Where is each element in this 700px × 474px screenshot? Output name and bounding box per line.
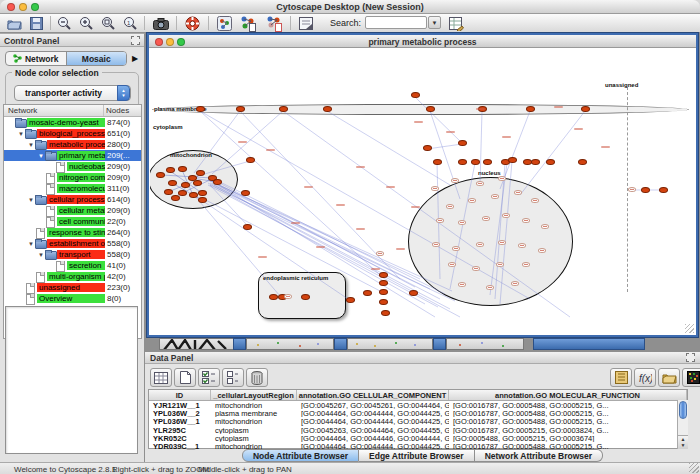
network-canvas[interactable]: plasma membrane cytoplasm mitochondrion … xyxy=(150,49,695,334)
network-node-labeled[interactable] xyxy=(511,281,519,286)
background-window-titlebar[interactable] xyxy=(533,338,645,350)
network-node[interactable] xyxy=(196,106,205,112)
column-header-molecular-function[interactable]: annotation.GO MOLECULAR_FUNCTION xyxy=(449,390,687,400)
network-node[interactable] xyxy=(379,272,388,278)
network-node-labeled[interactable] xyxy=(502,213,510,218)
network-node[interactable] xyxy=(156,172,165,178)
unselect-attributes-icon[interactable] xyxy=(222,368,244,387)
network-node-labeled[interactable] xyxy=(538,248,546,253)
tree-item[interactable]: ▼transport558(0) xyxy=(4,249,141,260)
background-window-fragment[interactable] xyxy=(446,338,524,350)
search-input[interactable] xyxy=(365,16,427,29)
tree-item[interactable]: cellular metabo...209(0) xyxy=(4,205,141,216)
node-color-dropdown[interactable]: transporter activity ▲▼ xyxy=(14,85,131,101)
tab-node-attribute-browser[interactable]: Node Attribute Browser xyxy=(242,449,359,462)
network-node[interactable] xyxy=(301,294,310,300)
network-node-labeled[interactable] xyxy=(531,198,539,203)
network-node-labeled[interactable] xyxy=(476,181,484,186)
zoom-out-icon[interactable] xyxy=(56,15,73,32)
tree-item[interactable]: ▼cellular process614(0) xyxy=(4,194,141,205)
tree-item[interactable]: ▼primary metabo...209(... xyxy=(4,150,141,161)
disclosure-triangle-icon[interactable]: ▼ xyxy=(27,142,35,148)
network-node[interactable] xyxy=(379,289,388,295)
network-node[interactable] xyxy=(198,190,207,196)
background-window-fragment[interactable] xyxy=(246,338,334,350)
tree-item[interactable]: multi-organism pro...42(0) xyxy=(4,271,141,282)
network-node-labeled[interactable] xyxy=(451,178,459,183)
network-node[interactable] xyxy=(471,159,480,165)
zoom-selected-icon[interactable] xyxy=(100,15,117,32)
disclosure-triangle-icon[interactable]: ▼ xyxy=(37,153,45,159)
network-node-labeled[interactable] xyxy=(496,262,504,267)
network-node[interactable] xyxy=(508,157,517,163)
network-view-window[interactable]: primary metabolic process plasma membran… xyxy=(147,33,698,337)
help-lifering-icon[interactable] xyxy=(184,15,201,32)
column-header-cellular-component[interactable]: annotation.GO CELLULAR_COMPONENT xyxy=(297,390,449,400)
disclosure-triangle-icon[interactable]: ▼ xyxy=(37,252,45,258)
tree-item[interactable]: macromolecule ...311(0) xyxy=(4,183,141,194)
tree-item[interactable]: response to stimulu...264(0) xyxy=(4,227,141,238)
network-node[interactable] xyxy=(241,190,250,196)
tree-item[interactable]: ▼biological_process651(0) xyxy=(4,128,141,139)
background-window-fragment[interactable] xyxy=(347,338,433,350)
network-node-labeled[interactable] xyxy=(628,187,636,192)
tree-item[interactable]: ▼establishment of lo...558(0) xyxy=(4,238,141,249)
network-window-titlebar[interactable]: primary metabolic process xyxy=(149,35,696,48)
network-node[interactable] xyxy=(213,179,222,185)
matrix-icon[interactable] xyxy=(682,368,700,387)
network-node-labeled[interactable] xyxy=(482,216,490,221)
table-row[interactable]: YKR052Ccytoplasm[GO:0044464, GO:0044446,… xyxy=(149,434,687,442)
network-node[interactable] xyxy=(198,197,207,203)
network-resize-grip[interactable] xyxy=(685,324,694,333)
tree-column-network[interactable]: Network xyxy=(4,105,104,116)
network-node[interactable] xyxy=(178,166,187,172)
tree-item[interactable]: nucleobase-...209(0) xyxy=(4,161,141,172)
scrollbar-thumb[interactable] xyxy=(679,401,687,419)
snapshot-camera-icon[interactable] xyxy=(152,15,169,32)
network-node[interactable] xyxy=(189,192,198,198)
network-node[interactable] xyxy=(363,290,372,296)
network-node-labeled[interactable] xyxy=(448,262,456,267)
tab-overflow-arrow-icon[interactable]: ▶ xyxy=(132,54,138,63)
network-node[interactable] xyxy=(166,167,175,173)
search-dropdown-button[interactable]: ▼ xyxy=(428,16,441,29)
network-node[interactable] xyxy=(323,106,332,112)
network-node[interactable] xyxy=(458,140,467,146)
network-node[interactable] xyxy=(346,297,355,303)
birdseye-view-panel[interactable] xyxy=(5,306,138,454)
network-overview-icon[interactable] xyxy=(216,15,233,32)
network-node[interactable] xyxy=(236,106,245,112)
network-node[interactable] xyxy=(196,170,205,176)
attribute-browser-icon[interactable] xyxy=(448,15,465,32)
network-node-labeled[interactable] xyxy=(452,246,460,251)
tree-item[interactable]: Overview8(0) xyxy=(4,293,141,304)
network-node[interactable] xyxy=(531,159,540,165)
network-node[interactable] xyxy=(178,190,187,196)
tree-column-nodes[interactable]: Nodes xyxy=(104,105,141,116)
network-node[interactable] xyxy=(379,280,388,286)
network-node[interactable] xyxy=(458,159,467,165)
attribute-batch-icon[interactable] xyxy=(610,368,632,387)
tab-network[interactable]: Network xyxy=(6,52,66,65)
table-icon[interactable] xyxy=(150,368,172,387)
network-node[interactable] xyxy=(246,157,255,163)
annotation-icon[interactable] xyxy=(298,15,315,32)
network-node-labeled[interactable] xyxy=(432,242,440,247)
network-node-labeled[interactable] xyxy=(476,242,484,247)
network-node[interactable] xyxy=(181,182,190,188)
network-node[interactable] xyxy=(193,180,202,186)
tab-edge-attribute-browser[interactable]: Edge Attribute Browser xyxy=(359,449,475,462)
network-node[interactable] xyxy=(279,106,288,112)
import-network-table-icon[interactable] xyxy=(266,15,283,32)
tree-item[interactable]: secretion41(0) xyxy=(4,260,141,271)
tree-item[interactable]: mosaic-demo-yeast874(0) xyxy=(4,117,141,128)
network-node-labeled[interactable] xyxy=(514,190,522,195)
network-node-labeled[interactable] xyxy=(458,282,466,287)
network-node-labeled[interactable] xyxy=(284,294,292,299)
network-node-labeled[interactable] xyxy=(431,186,439,191)
zoom-fit-icon[interactable]: 1 xyxy=(122,15,139,32)
network-node[interactable] xyxy=(171,195,180,201)
tree-item[interactable]: unassigned223(0) xyxy=(4,282,141,293)
table-scrollbar[interactable]: ▲▼ xyxy=(677,400,688,449)
column-header-region[interactable]: _cellularLayoutRegion xyxy=(211,390,297,400)
